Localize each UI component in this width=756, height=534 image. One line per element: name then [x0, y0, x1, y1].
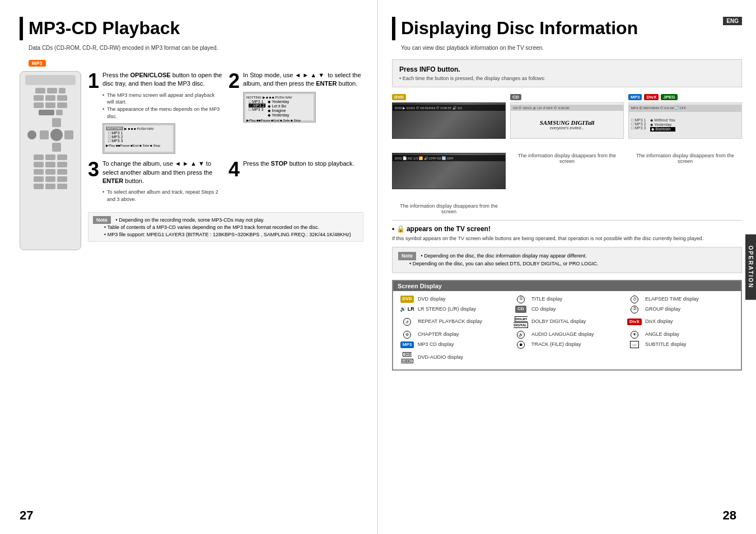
display-group: ② GROUP display — [626, 306, 735, 313]
remote-btn — [57, 102, 67, 108]
dvd-audio-display-label: DVD-AUDIO display — [418, 354, 463, 361]
remote-btn — [57, 184, 67, 189]
info-bold: INFO — [419, 65, 436, 73]
step-1-mp3-items: □ MP3 1 □ MP3 2 □ MP3 3 — [106, 131, 172, 143]
step-2-mp3-items: □ MP3 1 □ MP3 2 □ MP3 3 — [246, 100, 265, 118]
group-icon: ② — [631, 306, 638, 313]
remote-btn — [57, 169, 67, 175]
step-2-tracks: ◆ Yesterday ◆ Let it Be ◆ Imagine ◆ Yest… — [268, 100, 289, 118]
step-2-screen-row1: NOTTING ▶ ■ ■ ■ PUSH NAV — [246, 95, 312, 99]
step-1: 1 Press the OPEN/CLOSE button to open th… — [88, 71, 223, 154]
cd-block: CD CD ⏱ 03/10 🔊 LR ↺ OFF ⏱ 0:02:00 SAMSU… — [510, 94, 624, 214]
remote-btn-sm — [56, 110, 63, 115]
divx-icon: DivX — [627, 318, 642, 325]
step-2-number: 2 — [228, 71, 240, 91]
remote-top — [25, 75, 76, 85]
remote-row-7 — [34, 169, 67, 175]
divx-display-icon: DivX — [626, 318, 643, 325]
step-1-screen-inner: NOTTING ▶ ■ ■ ■ PUSH NAV □ MP3 1 □ MP3 2… — [105, 125, 173, 152]
operation-tab: OPERATION — [745, 235, 756, 300]
chapter-display-label: CHAPTER display — [418, 331, 459, 338]
step-4: 4 Press the STOP button to stop playback… — [228, 160, 363, 206]
page-left: MP3-CD Playback Data CDs (CD-ROM, CD-R, … — [0, 0, 378, 534]
step-1-text: Press the OPEN/CLOSE button to open the … — [102, 71, 223, 88]
step-1-mp3-1: □ MP3 1 — [108, 131, 172, 135]
info-section-sub: • Each time the button is pressed, the d… — [399, 76, 735, 81]
note-label: Note — [93, 216, 111, 224]
remote-btn — [57, 154, 67, 160]
dvd-audio-icon: DVDAUDIO — [401, 352, 413, 363]
mp3-song-2: ◆ Yesterday — [650, 123, 675, 127]
dpad-right — [64, 130, 73, 139]
elapsed-icon: ⏱ — [631, 296, 638, 303]
remote-btn — [57, 176, 67, 182]
remote-btn — [35, 88, 45, 93]
note-right-item2: • Depending on the disc, you can also se… — [409, 261, 598, 266]
display-angle: 👁 ANGLE display — [626, 331, 735, 339]
track-display-icon: ⏺ — [512, 341, 529, 349]
chapter-icon: ⚙ — [403, 331, 411, 339]
cd-info-text: CD ⏱ 03/10 🔊 LR ↺ OFF ⏱ 0:02:00 — [513, 106, 570, 110]
jpeg-badge: JPEG — [661, 94, 677, 100]
step-2-text: In Stop mode, use ◄ ► ▲ ▼ to select the … — [243, 71, 363, 88]
step-3-bold: ENTER — [102, 177, 123, 184]
step-1-mp3-3: □ MP3 3 — [108, 139, 172, 143]
cd-badge: CD — [510, 94, 521, 100]
display-dolby: DOLBYDIGITAL DOLBY DIGITAL display — [512, 316, 622, 329]
mp3-cd-icon: MP3 — [400, 341, 414, 348]
angle-display-icon: 👁 — [626, 331, 643, 339]
step-3-bullets: To select another album and track, repea… — [102, 189, 223, 203]
right-subtitle: You can view disc playback information o… — [401, 45, 742, 51]
left-subtitle: Data CDs (CD-ROM, CD-R, CD-RW) encoded i… — [29, 45, 363, 51]
mp3-disc-number: ① — [628, 143, 742, 148]
note-right: Note • Depending on the disc, the disc i… — [392, 247, 742, 273]
dpad-down — [52, 143, 61, 152]
step-1-number: 1 — [88, 71, 99, 91]
display-mp3-cd: MP3 MP3 CD display — [399, 341, 508, 349]
dvd-screen-info-1: DVD ▶ 01/01 ⏱ 00:01/043 ⏱ 0:00:07 🔊 1/1 — [393, 105, 505, 111]
remote-btn — [34, 102, 44, 108]
mp3-cd-display-label: MP3 CD display — [418, 341, 454, 348]
remote-btn — [34, 162, 44, 167]
step-1-mp3-2: □ MP3 2 — [108, 135, 172, 139]
audio-lang-display-label: AUDIO LANGUAGE display — [531, 331, 594, 338]
mp3-song-3: ◆ Blahblah — [650, 127, 675, 132]
page-right: ENG Displaying Disc Information You can … — [378, 0, 756, 534]
steps-column: 1 Press the OPEN/CLOSE button to open th… — [88, 71, 363, 250]
screen-display-title: Screen Display — [393, 281, 741, 291]
lr-display-icon: 🔊 LR — [399, 306, 416, 313]
step-2-track-3: ◆ Imagine — [268, 109, 289, 113]
audio-lang-icon: 🔊 — [517, 331, 525, 339]
step-2-bottom-items: ▶Play ■■Pause ■End ■ Sele ■ Stop — [246, 118, 301, 122]
subtitle-display-icon: — — [626, 341, 643, 348]
subtitle-display-label: SUBTITLE display — [645, 341, 687, 348]
remote-btn — [45, 95, 55, 101]
note-box: Note • Depending on the recording mode, … — [88, 212, 363, 242]
remote-btn — [47, 88, 57, 93]
left-section-title: MP3-CD Playback — [29, 18, 180, 38]
page-number-left: 27 — [20, 508, 33, 523]
note-item-2: • Table of contents of a MP3-CD varies d… — [93, 224, 319, 230]
step-1-bullet-2: The appearance of the menu depends on th… — [102, 106, 223, 120]
dvd-screen-info-2: DVD 📄 KD 1/3 🔁 🔊 CPP/ 02 🔄 OFF — [393, 155, 505, 161]
step-4-text: Press the STOP button to stop playback. — [243, 160, 363, 168]
dolby-display-icon: DOLBYDIGITAL — [512, 316, 529, 329]
dvd-info-text-1: DVD ▶ 01/01 ⏱ 00:01/043 ⏱ 0:00:07 🔊 1/1 — [395, 106, 462, 110]
dvd-disc-number-1: ① — [392, 143, 506, 148]
mp3-tracklist: □ MP3 1 □ MP3 2 □ MP3 3 — [631, 118, 646, 132]
remote-btn-sm — [59, 88, 66, 93]
step-1-bottom: ▶Play ■■Pause ■End ■ Sele ■ Stop — [106, 143, 172, 147]
dolby-display-label: DOLBY DIGITAL display — [531, 318, 586, 325]
step-1-bullet-1: The MP3 menu screen will appear and play… — [102, 92, 223, 106]
step-2-screen-inner: NOTTING ▶ ■ ■ ■ PUSH NAV □ MP3 1 □ MP3 2… — [245, 94, 314, 120]
dvd-screen-1: DVD ▶ 01/01 ⏱ 00:01/043 ⏱ 0:00:07 🔊 1/1 — [392, 102, 506, 139]
elapsed-display-label: ELAPSED TIME display — [645, 296, 699, 303]
display-repeat: ↺ REPEAT PLAYBACK display — [399, 316, 508, 329]
track-display-label: TRACK (FILE) display — [531, 341, 581, 348]
display-cd: CD CD display — [512, 306, 622, 313]
steps-grid: 1 Press the OPEN/CLOSE button to open th… — [88, 71, 363, 207]
mp3-track-check1: □ MP3 1 — [631, 118, 646, 122]
info-section-title: Press INFO button. — [399, 65, 735, 73]
mp3-cd-display-icon: MP3 — [399, 341, 416, 348]
display-chapter: ⚙ CHAPTER display — [399, 331, 508, 339]
